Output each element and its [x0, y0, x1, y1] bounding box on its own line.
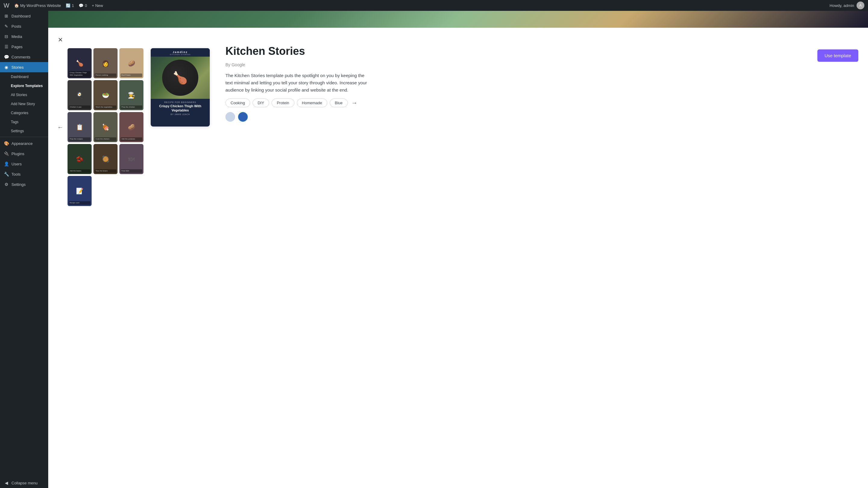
- sidebar-item-settings-main[interactable]: ⚙ Settings: [0, 179, 48, 190]
- sidebar-item-add-new-story[interactable]: Add New Story: [0, 99, 48, 108]
- sidebar-item-all-stories[interactable]: All Stories: [0, 90, 48, 99]
- tag-pill[interactable]: DIY: [253, 98, 270, 107]
- sidebar-item-collapse[interactable]: ◀ Collapse menu: [0, 478, 48, 488]
- sidebar-item-pages[interactable]: ☰ Pages: [0, 41, 48, 52]
- collapse-icon: ◀: [4, 480, 9, 486]
- sidebar-item-explore-templates[interactable]: Explore Templates: [0, 82, 48, 90]
- site-name-link[interactable]: 🏠 My WordPress Website: [14, 3, 61, 8]
- info-panel: Kitchen Stories By Google The Kitchen St…: [218, 35, 861, 481]
- thumbnail-item[interactable]: 👩‍🍳 Prep the chicken: [119, 80, 144, 110]
- color-option-dark[interactable]: [238, 112, 248, 122]
- comments-icon: 💬: [79, 3, 84, 8]
- main-layout: ⊞ Dashboard ✎ Posts ⊟ Media ☰ Pages 💬 Co…: [0, 11, 868, 488]
- sidebar-item-stories-dashboard[interactable]: Dashboard: [0, 72, 48, 82]
- dashboard-icon: ⊞: [4, 13, 9, 19]
- featured-logo: Jamdinz: [154, 51, 207, 54]
- thumbnail-item[interactable]: 🥔 Add the potatoes: [119, 112, 144, 142]
- featured-card-footer: RECIPE FOR BEGINNERS Crispy Chicken Thig…: [151, 99, 210, 118]
- sidebar-item-tools[interactable]: 🔧 Tools: [0, 169, 48, 179]
- colors-row: [225, 112, 854, 122]
- thumbnail-item[interactable]: 🥗 Wash the vegetables: [93, 80, 118, 110]
- tag-pill[interactable]: Protein: [272, 98, 294, 107]
- thumbnail-item[interactable]: 📝 Recipe card: [67, 176, 92, 206]
- thumbnail-item[interactable]: 🥔 Red Potato: [119, 48, 144, 78]
- featured-image-area: 🍗: [151, 57, 210, 99]
- thumbnail-item[interactable]: 🍖 Cook the chicken: [93, 112, 118, 142]
- tag-pill[interactable]: Homemade: [297, 98, 327, 107]
- admin-bar: W 🏠 My WordPress Website 🔄 1 💬 0 + New H…: [0, 0, 868, 11]
- main-content: Use template ✕ ← 🍗 Crispy Chicken Thigh …: [48, 11, 868, 488]
- sidebar-item-plugins[interactable]: 🔌 Plugins: [0, 149, 48, 159]
- new-content-link[interactable]: + New: [92, 3, 103, 8]
- sidebar-item-tags[interactable]: Tags: [0, 118, 48, 127]
- recipe-label: RECIPE FOR BEGINNERS: [154, 101, 207, 103]
- avatar[interactable]: A: [857, 1, 864, 9]
- featured-card-header: Jamdinz KITCHEN STORIES: [151, 48, 210, 57]
- sidebar-item-categories[interactable]: Categories: [0, 108, 48, 118]
- left-panel: ✕ ← 🍗 Crispy Chicken Thigh With Vegetabl…: [56, 35, 144, 481]
- template-title: Kitchen Stories: [225, 44, 854, 58]
- media-icon: ⊟: [4, 34, 9, 39]
- thumbnails-grid: 🍗 Crispy Chicken Thigh With Vegetables 👩…: [67, 48, 144, 206]
- use-template-button[interactable]: Use template: [817, 50, 858, 62]
- template-description: The Kitchen Stories template puts the sp…: [225, 72, 370, 94]
- home-icon: 🏠: [14, 3, 19, 8]
- featured-logo-sub: KITCHEN STORIES: [154, 54, 207, 56]
- updates-icon: 🔄: [66, 3, 70, 8]
- plugins-icon: 🔌: [4, 151, 9, 156]
- admin-bar-right: Howdy, admin A: [830, 1, 864, 9]
- pages-icon: ☰: [4, 44, 9, 50]
- color-option-light[interactable]: [225, 112, 235, 122]
- card-title: Crispy Chicken Thigh With Vegetables: [154, 104, 207, 113]
- updates-link[interactable]: 🔄 1: [66, 3, 74, 8]
- prev-arrow[interactable]: ←: [56, 48, 65, 206]
- tags-row: CookingDIYProteinHomemadeBlue→: [225, 98, 854, 107]
- template-by: By Google: [225, 62, 854, 67]
- tag-pill[interactable]: Cooking: [225, 98, 250, 107]
- appearance-icon: 🎨: [4, 141, 9, 146]
- content-wrapper: Use template ✕ ← 🍗 Crispy Chicken Thigh …: [48, 28, 868, 488]
- thumbnail-item[interactable]: 🥘 Toss the beans: [93, 144, 118, 174]
- thumbnail-item[interactable]: 🍗 Crispy Chicken Thigh With Vegetables: [67, 48, 92, 78]
- sidebar-item-users[interactable]: 👤 Users: [0, 159, 48, 169]
- sidebar-item-comments[interactable]: 💬 Comments: [0, 52, 48, 62]
- sidebar-item-dashboard[interactable]: ⊞ Dashboard: [0, 11, 48, 21]
- card-author: BY JAMIE LEACH: [154, 113, 207, 116]
- thumbnail-item[interactable]: 👩 Person cooking: [93, 48, 118, 78]
- thumbnail-item[interactable]: 🫘 Add the beans: [67, 144, 92, 174]
- wp-logo-icon[interactable]: W: [4, 2, 9, 9]
- sidebar-item-appearance[interactable]: 🎨 Appearance: [0, 138, 48, 149]
- top-strip-image: [48, 11, 868, 28]
- posts-icon: ✎: [4, 24, 9, 29]
- featured-preview: Jamdinz KITCHEN STORIES 🍗 RECIPE FOR BEG…: [151, 35, 211, 481]
- thumbnail-item[interactable]: 🍳 Chicken in pan: [67, 80, 92, 110]
- top-strip: [48, 11, 868, 28]
- stories-icon: ◉: [4, 64, 9, 70]
- users-icon: 👤: [4, 161, 9, 167]
- sidebar-item-stories[interactable]: ◉ Stories: [0, 62, 48, 72]
- tag-pill[interactable]: Blue: [330, 98, 348, 107]
- tools-icon: 🔧: [4, 171, 9, 177]
- template-viewer: ✕ ← 🍗 Crispy Chicken Thigh With Vegetabl…: [48, 28, 868, 488]
- sidebar-item-posts[interactable]: ✎ Posts: [0, 21, 48, 31]
- settings-icon: ⚙: [4, 182, 9, 187]
- thumbnail-item[interactable]: 🍽 Final dish: [119, 144, 144, 174]
- sidebar-item-media[interactable]: ⊟ Media: [0, 31, 48, 41]
- tags-next-arrow[interactable]: →: [351, 99, 358, 106]
- close-button[interactable]: ✕: [56, 35, 65, 44]
- food-visual: 🍗: [162, 60, 198, 96]
- sidebar-item-settings[interactable]: Settings: [0, 127, 48, 135]
- featured-card: Jamdinz KITCHEN STORIES 🍗 RECIPE FOR BEG…: [151, 48, 210, 127]
- sidebar: ⊞ Dashboard ✎ Posts ⊟ Media ☰ Pages 💬 Co…: [0, 11, 48, 488]
- comments-link[interactable]: 💬 0: [79, 3, 87, 8]
- greeting-text: Howdy, admin: [830, 3, 854, 8]
- comments-nav-icon: 💬: [4, 54, 9, 60]
- thumbnails-wrapper: ← 🍗 Crispy Chicken Thigh With Vegetables…: [56, 48, 144, 206]
- thumbnail-item[interactable]: 📋 Prep the recipes: [67, 112, 92, 142]
